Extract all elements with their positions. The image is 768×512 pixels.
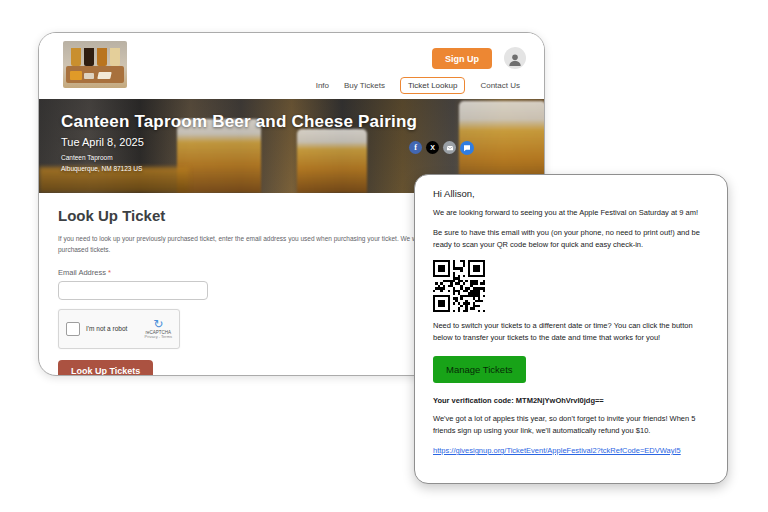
logo-beer-glass [97,48,107,66]
qr-code [433,260,485,312]
email-paragraph-2: Be sure to have this email with you (on … [433,227,709,251]
email-greeting: Hi Allison, [433,188,709,199]
recaptcha-widget: I'm not a robot ↻ reCAPTCHA Privacy - Te… [58,309,180,349]
logo-beer-glass [71,48,81,66]
recaptcha-checkbox[interactable] [66,322,80,336]
logo-crackers [84,73,94,79]
required-asterisk: * [108,268,111,277]
event-venue: Canteen Taproom [61,154,417,161]
verification-code-line: Your verification code: MTM2NjYwOhVrvI0j… [433,396,709,405]
site-header: Sign Up Info Buy Tickets Ticket Lookup C… [39,33,544,99]
email-paragraph-1: We are looking forward to seeing you at … [433,207,709,219]
email-paragraph-4: We've got a lot of apples this year, so … [433,413,709,437]
event-date: Tue April 8, 2025 [61,136,417,148]
site-logo-image[interactable] [63,41,127,88]
email-paragraph-3: Need to switch your tickets to a differe… [433,320,709,344]
email-window: Hi Allison, We are looking forward to se… [414,174,728,484]
person-icon [507,52,523,68]
recaptcha-label: I'm not a robot [86,325,145,332]
x-twitter-icon[interactable]: X [426,141,439,154]
nav-item-ticket-lookup[interactable]: Ticket Lookup [400,77,466,94]
account-avatar[interactable] [504,47,526,69]
logo-cheese [97,72,111,79]
social-share-bar: f X [409,141,474,155]
recaptcha-brand: ↻ reCAPTCHA Privacy - Terms [145,318,172,340]
nav-item-info[interactable]: Info [316,81,329,90]
nav-item-contact-us[interactable]: Contact Us [480,81,520,90]
email-share-icon[interactable] [443,141,456,154]
chat-bubble-icon [463,144,471,152]
lookup-description-line2: purchased tickets. [58,246,110,253]
event-location: Albuquerque, NM 87123 US [61,165,417,172]
envelope-icon [446,144,454,152]
event-title: Canteen Taproom Beer and Cheese Pairing [61,112,417,132]
hero-text-block: Canteen Taproom Beer and Cheese Pairing … [61,112,417,172]
logo-beer-glass [84,48,94,66]
verification-code: MTM2NjYwOhVrvI0jdg== [516,396,604,405]
main-nav: Info Buy Tickets Ticket Lookup Contact U… [316,77,520,94]
email-label-text: Email Address [58,268,106,277]
sign-up-button[interactable]: Sign Up [432,48,492,69]
look-up-tickets-button[interactable]: Look Up Tickets [58,360,153,376]
recaptcha-icon: ↻ [153,318,163,330]
facebook-icon[interactable]: f [409,141,422,154]
sms-share-icon[interactable] [460,141,474,155]
recaptcha-privacy-terms[interactable]: Privacy - Terms [145,335,172,340]
nav-item-buy-tickets[interactable]: Buy Tickets [344,81,385,90]
verification-label: Your verification code: [433,396,514,405]
manage-tickets-button[interactable]: Manage Tickets [433,356,526,383]
logo-cheese [70,71,82,80]
logo-beer-glass [110,48,120,66]
referral-link[interactable]: https://givesignup.org/TicketEvent/Apple… [433,446,709,455]
email-input[interactable] [58,281,208,300]
